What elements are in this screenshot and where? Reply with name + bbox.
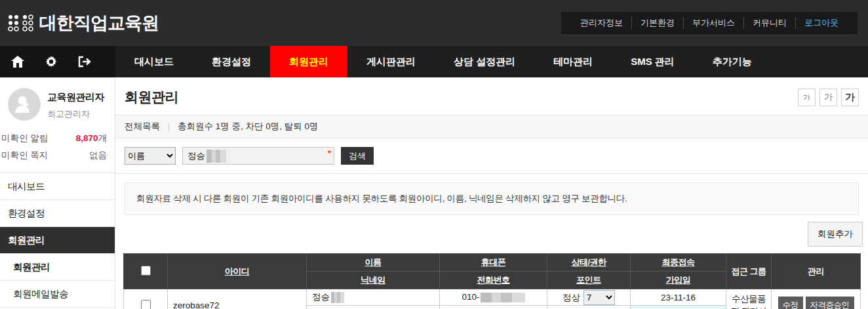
sort-name-link[interactable]: 이름 <box>365 257 382 267</box>
redacted-name-block <box>207 150 226 163</box>
site-logo[interactable]: 대한직업교육원 <box>8 11 159 35</box>
search-field-select[interactable]: 이름 <box>125 147 176 165</box>
header-join-date: 가입일 <box>631 272 726 289</box>
sort-phone-link[interactable]: 전화번호 <box>477 275 510 285</box>
summary-tab-label[interactable]: 전체목록 <box>125 121 160 133</box>
row-phone-cell: 010- <box>440 306 547 309</box>
nav-item-sms-mgmt[interactable]: SMS 관리 <box>612 46 694 77</box>
nav-icon-group <box>0 46 115 77</box>
nav-item-theme-mgmt[interactable]: 테마관리 <box>534 46 612 77</box>
stat-alerts-unit: 개 <box>98 133 108 143</box>
nav-item-board-mgmt[interactable]: 게시판관리 <box>347 46 435 77</box>
header-checkbox-cell <box>124 254 168 289</box>
braille-dots-icon <box>8 14 34 31</box>
redacted-mobile-number <box>481 293 525 302</box>
certificate-approve-button[interactable]: 자격증승인 <box>806 297 854 309</box>
nav-item-dashboard[interactable]: 대시보드 <box>115 46 193 77</box>
row-checkbox[interactable] <box>141 300 151 309</box>
utility-link-admin-info[interactable]: 관리자정보 <box>572 17 631 29</box>
header-access-group: 접근 그룹 <box>726 254 772 289</box>
nav-menu: 대시보드 환경설정 회원관리 게시판관리 상담 설정관리 테마관리 SMS 관리… <box>115 46 771 77</box>
sort-points-link[interactable]: 포인트 <box>576 275 601 285</box>
main-content: 회원관리 가 가 가 전체목록 총회원수 1명 중, 차단 0명, 탈퇴 0명 … <box>115 77 868 309</box>
main-nav: 대시보드 환경설정 회원관리 게시판관리 상담 설정관리 테마관리 SMS 관리… <box>0 46 868 77</box>
profile-stats: 미확인 알림 8,870개 미확인 쪽지 없음 <box>0 123 115 173</box>
nav-item-extra-features[interactable]: 추가기능 <box>694 46 771 77</box>
header-phone: 전화번호 <box>440 272 547 289</box>
font-size-large-button[interactable]: 가 <box>841 89 859 106</box>
select-all-checkbox[interactable] <box>141 266 151 276</box>
row-mobile-prefix: 010- <box>462 292 479 302</box>
site-logo-text: 대한직업교육원 <box>39 11 159 35</box>
stat-alerts-count[interactable]: 8,870 <box>76 133 98 143</box>
sign-out-icon[interactable] <box>78 56 91 68</box>
sort-last-access-link[interactable]: 최종접속 <box>662 257 695 267</box>
notice-box: 회원자료 삭제 시 다른 회원이 기존 회원아이디를 사용하지 못하도록 회원아… <box>125 182 859 215</box>
nav-item-member-mgmt[interactable]: 회원관리 <box>270 46 347 77</box>
nav-item-consult-settings[interactable]: 상담 설정관리 <box>435 46 534 77</box>
summary-strip: 전체목록 총회원수 1명 중, 차단 0명, 탈퇴 0명 <box>115 115 868 138</box>
sidebar-item-dashboard[interactable]: 대시보드 <box>0 173 115 200</box>
row-status-text: 정상 <box>562 293 580 302</box>
utility-link-basic-env[interactable]: 기본환경 <box>631 17 683 29</box>
font-size-medium-button[interactable]: 가 <box>819 89 837 106</box>
redacted-name-suffix <box>331 292 344 303</box>
utility-link-addon-services[interactable]: 부가서비스 <box>683 17 743 29</box>
row-name-cell: 정승 <box>307 289 440 306</box>
stat-messages-label: 미확인 쪽지 <box>1 150 48 161</box>
search-row: 이름 정승 * 검색 <box>115 138 868 174</box>
utility-nav: 관리자정보 기본환경 부가서비스 커뮤니티 로그아웃 <box>561 12 858 34</box>
nav-item-env-settings[interactable]: 환경설정 <box>193 46 270 77</box>
row-join-date-cell: 22-02-08가입 <box>631 306 726 309</box>
stat-alerts-label: 미확인 알림 <box>1 133 48 144</box>
sidebar-subitem-member-mgmt[interactable]: 회원관리 <box>0 254 115 281</box>
home-icon[interactable] <box>11 56 24 68</box>
member-table: 아이디 이름 휴대폰 상태/권한 최종접속 접근 그룹 관리 <box>123 253 861 309</box>
sort-nickname-link[interactable]: 닉네임 <box>361 275 385 285</box>
header-nickname: 닉네임 <box>307 272 440 289</box>
font-size-small-button[interactable]: 가 <box>798 89 816 106</box>
summary-info-text: 총회원수 1명 중, 차단 0명, 탈퇴 0명 <box>178 121 319 133</box>
add-member-row: 회원추가 <box>115 215 868 253</box>
gear-icon[interactable] <box>45 56 57 68</box>
avatar <box>8 88 41 121</box>
row-mobile-cell: 010- <box>440 289 547 306</box>
header-name: 이름 <box>307 254 440 272</box>
header-status: 상태/권한 <box>547 254 631 272</box>
page-head: 회원관리 가 가 가 <box>115 77 868 115</box>
font-size-controls: 가 가 가 <box>798 89 859 106</box>
sort-join-date-link[interactable]: 가입일 <box>666 275 691 285</box>
sidebar-subitem-member-mail[interactable]: 회원메일발송 <box>0 281 115 308</box>
stat-unread-alerts: 미확인 알림 8,870개 <box>1 130 107 147</box>
sidebar-item-env-settings[interactable]: 환경설정 <box>0 200 115 227</box>
header-manage: 관리 <box>772 254 861 289</box>
row-name-text: 정승 <box>312 292 330 302</box>
row-points-cell: 10,941 <box>547 306 631 309</box>
page-title: 회원관리 <box>125 88 178 106</box>
sidebar-item-member-mgmt[interactable]: 회원관리 <box>0 227 115 254</box>
row-checkbox-cell <box>124 289 168 309</box>
add-member-button[interactable]: 회원추가 <box>808 222 863 247</box>
header-mobile: 휴대폰 <box>440 254 547 272</box>
sort-id-link[interactable]: 아이디 <box>225 266 250 276</box>
utility-link-community[interactable]: 커뮤니티 <box>743 17 795 29</box>
search-input-value: 정승 <box>187 150 205 162</box>
sort-mobile-link[interactable]: 휴대폰 <box>481 257 506 267</box>
summary-divider <box>168 123 169 131</box>
sort-status-link[interactable]: 상태/권한 <box>571 257 606 267</box>
profile-card: 교육원관리자 최고관리자 <box>0 77 115 123</box>
member-level-select[interactable]: 7 <box>583 290 615 305</box>
row-status-cell: 정상7 <box>547 289 631 306</box>
stat-messages-value[interactable]: 없음 <box>89 150 107 161</box>
header-id: 아이디 <box>168 254 307 289</box>
sidebar-menu: 대시보드 환경설정 회원관리 회원관리 회원메일발송 접속자집계 접속자검색 <box>0 173 115 309</box>
logout-link[interactable]: 로그아웃 <box>795 17 847 29</box>
row-manage-cell: 수정자격증승인 <box>772 289 861 309</box>
search-button[interactable]: 검색 <box>341 147 374 165</box>
search-input[interactable]: 정승 * <box>182 147 334 165</box>
edit-member-button[interactable]: 수정 <box>778 297 803 309</box>
header-last-access: 최종접속 <box>631 254 726 272</box>
row-nickname-cell: 쑤파파 <box>307 306 440 309</box>
stat-unread-messages: 미확인 쪽지 없음 <box>1 147 107 164</box>
header-points: 포인트 <box>547 272 631 289</box>
